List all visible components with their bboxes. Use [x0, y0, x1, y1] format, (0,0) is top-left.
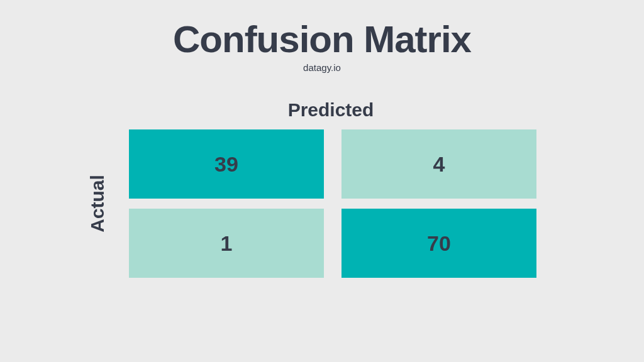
- x-axis-label: Predicted: [288, 99, 374, 121]
- cell-true-negative: 70: [341, 209, 536, 278]
- y-axis-label: Actual: [87, 191, 108, 216]
- cell-false-negative: 4: [341, 129, 536, 199]
- matrix-grid: 39 4 1 70: [129, 129, 536, 278]
- cell-false-positive: 1: [129, 209, 324, 278]
- cell-true-positive: 39: [129, 129, 324, 199]
- confusion-matrix: Actual 39 4 1 70: [85, 129, 536, 278]
- page-title: Confusion Matrix: [173, 18, 471, 61]
- page-subtitle: datagy.io: [303, 62, 341, 73]
